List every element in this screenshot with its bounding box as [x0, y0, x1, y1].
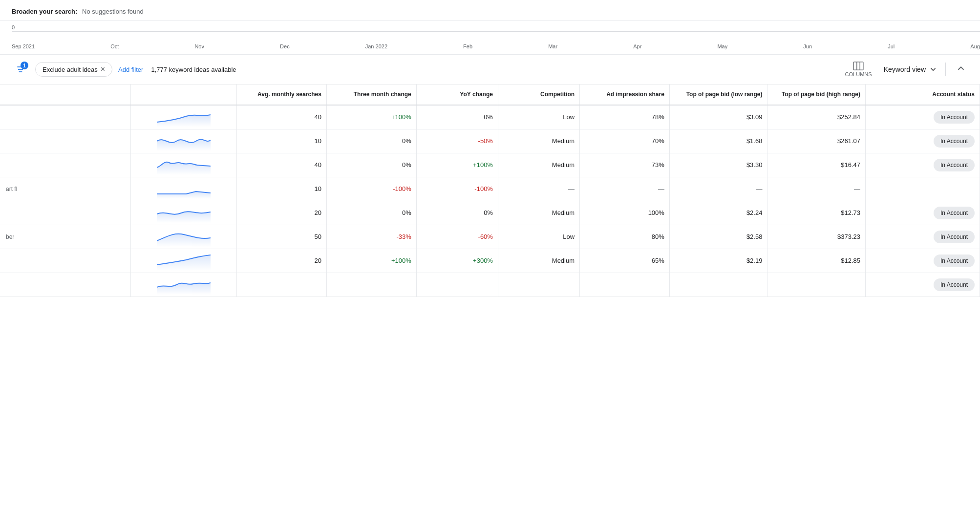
- three-month-change: -100%: [326, 177, 416, 201]
- keyword-cell: [0, 105, 130, 129]
- table-row: ber 50-33%-60%Low80%$2.58$373.23In Accou…: [0, 225, 980, 249]
- top-bid-high: $252.84: [767, 105, 866, 129]
- account-status-cell: In Account: [865, 225, 980, 249]
- th-three-month: Three month change: [326, 85, 416, 105]
- top-bid-low: $3.09: [669, 105, 767, 129]
- sparkline-cell: [130, 225, 236, 249]
- chevron-down-icon: [929, 65, 937, 74]
- keyword-cell: [0, 273, 130, 297]
- account-status-cell: In Account: [865, 105, 980, 129]
- add-filter-button[interactable]: Add filter: [118, 66, 143, 73]
- th-account-status: Account status: [865, 85, 980, 105]
- keyword-table: Avg. monthly searches Three month change…: [0, 85, 980, 297]
- avg-monthly-searches: [237, 273, 327, 297]
- competition-cell: Medium: [498, 201, 579, 225]
- avg-monthly-searches: 20: [237, 249, 327, 273]
- th-top-bid-high: Top of page bid (high range): [767, 85, 866, 105]
- th-avg: Avg. monthly searches: [237, 85, 327, 105]
- table-row: 20+100%+300%Medium65%$2.19$12.85In Accou…: [0, 249, 980, 273]
- sparkline-cell: [130, 249, 236, 273]
- competition-cell: Low: [498, 225, 579, 249]
- keyword-cell: [0, 153, 130, 177]
- account-status-cell: In Account: [865, 273, 980, 297]
- keyword-cell: [0, 129, 130, 153]
- broaden-search-label: Broaden your search:: [12, 8, 77, 15]
- avg-monthly-searches: 40: [237, 153, 327, 177]
- in-account-button[interactable]: In Account: [934, 254, 975, 267]
- in-account-button[interactable]: In Account: [934, 159, 975, 171]
- competition-cell: —: [498, 177, 579, 201]
- th-keyword: [0, 85, 130, 105]
- chart-months: Sep 2021 Oct Nov Dec Jan 2022 Feb Mar Ap…: [12, 43, 980, 49]
- top-bid-high: —: [767, 177, 866, 201]
- filter-chip-adult[interactable]: Exclude adult ideas ×: [35, 62, 112, 77]
- table-row: 400%+100%Medium73%$3.30$16.47In Account: [0, 153, 980, 177]
- top-bid-low: $3.30: [669, 153, 767, 177]
- th-ad-impression: Ad impression share: [580, 85, 670, 105]
- account-status-cell: In Account: [865, 249, 980, 273]
- top-bid-high: $12.85: [767, 249, 866, 273]
- keyword-cell: [0, 201, 130, 225]
- in-account-button[interactable]: In Account: [934, 231, 975, 243]
- top-bid-high: $261.07: [767, 129, 866, 153]
- filter-badge: 1: [21, 62, 28, 69]
- sparkline-cell: [130, 273, 236, 297]
- svg-rect-3: [853, 62, 863, 70]
- competition-cell: Medium: [498, 153, 579, 177]
- competition-cell: Low: [498, 105, 579, 129]
- sparkline-cell: [130, 105, 236, 129]
- ad-impression-share: 80%: [580, 225, 670, 249]
- avg-monthly-searches: 10: [237, 129, 327, 153]
- ad-impression-share: 100%: [580, 201, 670, 225]
- keyword-cell: ber: [0, 225, 130, 249]
- in-account-button[interactable]: In Account: [934, 278, 975, 291]
- columns-button[interactable]: COLUMNS: [841, 60, 876, 79]
- three-month-change: [326, 273, 416, 297]
- avg-monthly-searches: 50: [237, 225, 327, 249]
- filter-icon-wrap[interactable]: 1: [12, 61, 29, 78]
- avg-monthly-searches: 40: [237, 105, 327, 129]
- close-icon[interactable]: ×: [101, 65, 105, 73]
- table-row: 200%0%Medium100%$2.24$12.73In Account: [0, 201, 980, 225]
- in-account-button[interactable]: In Account: [934, 135, 975, 148]
- top-bid-high: $373.23: [767, 225, 866, 249]
- top-bid-low: $2.19: [669, 249, 767, 273]
- broaden-search-bar: Broaden your search: No suggestions foun…: [0, 0, 980, 21]
- yoy-change: -60%: [416, 225, 498, 249]
- yoy-change: 0%: [416, 201, 498, 225]
- ad-impression-share: 70%: [580, 129, 670, 153]
- keyword-cell: [0, 249, 130, 273]
- account-status-cell: In Account: [865, 153, 980, 177]
- sparkline-cell: [130, 129, 236, 153]
- table-row: 100%-50%Medium70%$1.68$261.07In Account: [0, 129, 980, 153]
- collapse-button[interactable]: [954, 61, 968, 78]
- competition-cell: Medium: [498, 249, 579, 273]
- table-header-row: Avg. monthly searches Three month change…: [0, 85, 980, 105]
- sparkline-cell: [130, 201, 236, 225]
- th-competition: Competition: [498, 85, 579, 105]
- table-row: art fl 10-100%-100%————: [0, 177, 980, 201]
- competition-cell: Medium: [498, 129, 579, 153]
- account-status-cell: [865, 177, 980, 201]
- three-month-change: 0%: [326, 201, 416, 225]
- th-yoy: YoY change: [416, 85, 498, 105]
- keyword-view-button[interactable]: Keyword view: [884, 65, 937, 74]
- filter-chip-label: Exclude adult ideas: [43, 66, 98, 73]
- vertical-divider: [945, 63, 946, 76]
- yoy-change: -100%: [416, 177, 498, 201]
- account-status-cell: In Account: [865, 201, 980, 225]
- top-bid-high: [767, 273, 866, 297]
- yoy-change: [416, 273, 498, 297]
- keyword-count: 1,777 keyword ideas available: [151, 66, 236, 73]
- filter-bar: 1 Exclude adult ideas × Add filter 1,777…: [0, 55, 980, 85]
- table-row: 40+100%0%Low78%$3.09$252.84In Account: [0, 105, 980, 129]
- top-bid-low: —: [669, 177, 767, 201]
- three-month-change: 0%: [326, 153, 416, 177]
- three-month-change: +100%: [326, 249, 416, 273]
- in-account-button[interactable]: In Account: [934, 207, 975, 219]
- columns-icon: [853, 62, 864, 70]
- top-bid-low: $2.58: [669, 225, 767, 249]
- in-account-button[interactable]: In Account: [934, 111, 975, 124]
- sparkline-cell: [130, 153, 236, 177]
- ad-impression-share: 78%: [580, 105, 670, 129]
